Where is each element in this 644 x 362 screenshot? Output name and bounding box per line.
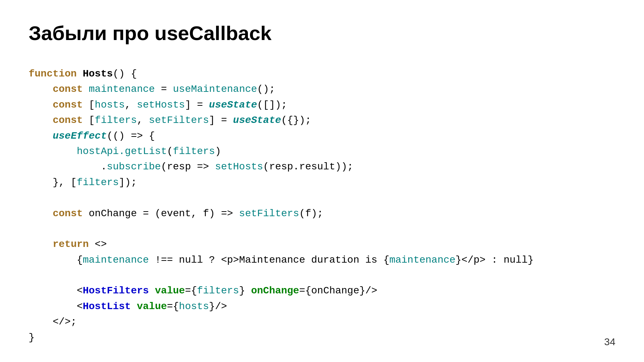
code-line-7: .subscribe(resp => setHosts(resp.result)…	[29, 159, 615, 174]
keyword-function: function	[29, 68, 77, 79]
code-line-14: </>;	[29, 314, 615, 329]
code-line-5: useEffect(() => {	[29, 128, 615, 144]
code-block: function Hosts() { const maintenance = u…	[29, 66, 615, 345]
code-line-15: }	[29, 330, 615, 345]
slide: Забыли про useCallback function Hosts() …	[0, 0, 644, 362]
code-line-11: {maintenance !== null ? <p>Maintenance d…	[29, 252, 615, 268]
page-number: 34	[604, 336, 615, 348]
code-line-3: const [hosts, setHosts] = useState([]);	[29, 97, 615, 113]
code-line-13: <HostList value={hosts}/>	[29, 299, 615, 314]
slide-title: Забыли про useCallback	[29, 21, 615, 45]
code-line-9: const onChange = (event, f) => setFilter…	[29, 206, 615, 221]
code-line-blank1	[29, 190, 615, 205]
code-line-2: const maintenance = useMaintenance();	[29, 81, 615, 97]
code-line-12: <HostFilters value={filters} onChange={o…	[29, 283, 615, 298]
code-line-blank3	[29, 268, 615, 283]
code-line-8: }, [filters]);	[29, 175, 615, 190]
code-line-4: const [filters, setFilters] = useState({…	[29, 113, 615, 128]
code-line-10: return <>	[29, 237, 615, 252]
code-line-blank2	[29, 221, 615, 237]
code-line-1: function Hosts() {	[29, 66, 615, 81]
code-line-6: hostApi.getList(filters)	[29, 144, 615, 159]
